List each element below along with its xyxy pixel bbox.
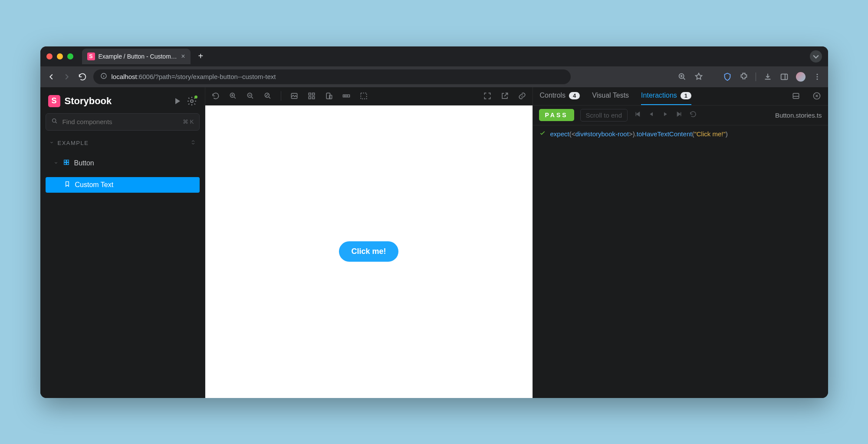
storybook-app: S Storybook ⌘ K EXAMPLE Button [40, 87, 828, 398]
interactions-toolbar: PASS Scroll to end Button.stories.ts [533, 105, 828, 125]
scroll-to-end-button[interactable]: Scroll to end [580, 109, 628, 122]
downloads-icon[interactable] [763, 72, 773, 82]
tab-visual-tests[interactable]: Visual Tests [592, 87, 629, 105]
step-back-icon[interactable] [648, 110, 655, 120]
svg-rect-11 [66, 162, 69, 164]
browser-menu-icon[interactable] [812, 72, 822, 82]
shield-icon[interactable] [723, 72, 732, 82]
svg-point-7 [52, 118, 56, 122]
addon-panel: Controls 4 Visual Tests Interactions 1 P… [533, 87, 828, 398]
story-filename: Button.stories.ts [775, 112, 822, 119]
new-tab-button[interactable]: + [195, 51, 207, 61]
window-controls [46, 53, 73, 59]
sidebar-section-example[interactable]: EXAMPLE [46, 137, 200, 149]
go-to-start-icon[interactable] [634, 110, 641, 120]
tab-label: Controls [540, 92, 566, 99]
grid-icon[interactable] [307, 92, 316, 100]
interactions-count-badge: 1 [681, 92, 691, 99]
panel-position-icon[interactable] [792, 92, 800, 100]
address-bar[interactable]: localhost:6006/?path=/story/example-butt… [93, 69, 571, 84]
svg-rect-16 [309, 93, 311, 95]
close-panel-icon[interactable] [812, 92, 821, 100]
rerun-icon[interactable] [689, 110, 697, 120]
storybook-favicon: S [87, 53, 95, 60]
zoom-in-icon[interactable] [229, 92, 237, 100]
section-label: EXAMPLE [58, 140, 89, 146]
browser-window: S Example / Button - Custom Te × + local… [40, 46, 828, 398]
close-tab-icon[interactable]: × [181, 53, 185, 60]
backgrounds-icon[interactable] [290, 92, 299, 100]
search-shortcut: ⌘ K [183, 118, 194, 125]
close-window-button[interactable] [46, 53, 53, 59]
run-tests-button[interactable] [172, 96, 182, 106]
go-to-end-icon[interactable] [675, 110, 683, 120]
svg-point-5 [816, 79, 818, 80]
open-new-tab-icon[interactable] [500, 92, 509, 100]
extensions-icon[interactable] [739, 72, 749, 82]
zoom-reset-icon[interactable] [263, 92, 272, 100]
controls-count-badge: 4 [569, 92, 580, 99]
svg-rect-23 [361, 93, 366, 99]
maximize-window-button[interactable] [67, 53, 73, 59]
search-icon [51, 118, 58, 126]
tab-controls[interactable]: Controls 4 [540, 87, 580, 105]
component-icon [63, 159, 70, 168]
sidepanel-icon[interactable] [779, 72, 789, 82]
tab-interactions[interactable]: Interactions 1 [641, 87, 691, 105]
canvas-toolbar [205, 87, 533, 105]
tab-label: Interactions [641, 92, 677, 99]
chevron-down-icon [53, 159, 59, 167]
viewport-icon[interactable] [325, 92, 333, 100]
collapse-expand-icon[interactable] [190, 139, 196, 147]
browser-tab[interactable]: S Example / Button - Custom Te × [82, 49, 191, 64]
forward-button[interactable] [62, 72, 72, 82]
brand-label: Storybook [65, 95, 112, 107]
search-box[interactable]: ⌘ K [46, 113, 200, 131]
outline-icon[interactable] [359, 92, 368, 100]
svg-rect-2 [781, 74, 787, 79]
step-forward-icon[interactable] [661, 110, 669, 120]
sidebar-item-button[interactable]: Button [46, 155, 200, 171]
measure-icon[interactable] [342, 92, 351, 100]
site-info-icon[interactable] [100, 72, 107, 81]
sidebar-item-custom-text[interactable]: Custom Text [46, 177, 200, 193]
check-icon [539, 130, 546, 138]
svg-rect-19 [312, 97, 314, 99]
bookmark-icon [64, 181, 71, 189]
sidebar: S Storybook ⌘ K EXAMPLE Button [40, 87, 205, 398]
fullscreen-icon[interactable] [483, 92, 492, 100]
addon-tabs: Controls 4 Visual Tests Interactions 1 [533, 87, 828, 105]
zoom-out-icon[interactable] [246, 92, 255, 100]
svg-rect-18 [309, 97, 311, 99]
zoom-icon[interactable] [677, 72, 687, 82]
svg-point-6 [191, 100, 193, 102]
tab-label: Visual Tests [592, 92, 629, 99]
search-input[interactable] [62, 118, 179, 125]
sidebar-header: S Storybook [46, 95, 200, 107]
sidebar-item-label: Custom Text [75, 181, 114, 189]
svg-rect-17 [312, 93, 314, 95]
demo-button[interactable]: Click me! [339, 241, 398, 262]
interactions-log: expect(<div#storybook-root>).toHaveTextC… [533, 125, 828, 398]
remount-icon[interactable] [211, 92, 220, 100]
browser-toolbar: localhost:6006/?path=/story/example-butt… [40, 66, 828, 87]
svg-rect-9 [66, 160, 69, 162]
bookmark-icon[interactable] [694, 72, 704, 82]
log-code: expect(<div#storybook-root>).toHaveTextC… [550, 130, 728, 138]
storybook-logo: S [48, 95, 60, 107]
browser-tabstrip: S Example / Button - Custom Te × + [40, 46, 828, 66]
preview-panel: Click me! [205, 87, 533, 398]
svg-point-4 [816, 76, 818, 77]
sidebar-item-label: Button [74, 159, 94, 167]
settings-button[interactable] [187, 96, 197, 106]
tabs-overflow-icon[interactable] [810, 50, 822, 62]
chevron-down-icon [49, 140, 54, 146]
minimize-window-button[interactable] [57, 53, 63, 59]
tab-title: Example / Button - Custom Te [99, 53, 178, 60]
reload-button[interactable] [78, 72, 87, 82]
svg-rect-8 [64, 160, 66, 162]
profile-avatar[interactable] [796, 72, 806, 82]
log-entry[interactable]: expect(<div#storybook-root>).toHaveTextC… [539, 130, 822, 138]
copy-link-icon[interactable] [518, 92, 526, 100]
back-button[interactable] [46, 72, 56, 82]
